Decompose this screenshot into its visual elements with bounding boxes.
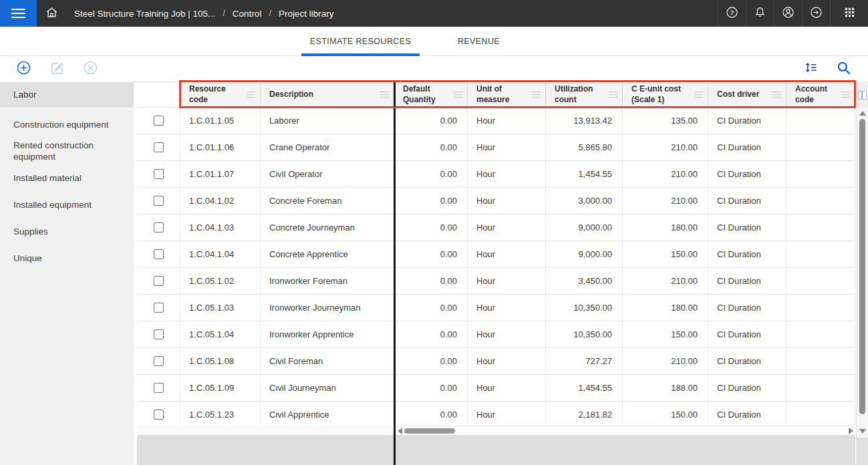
sidebar-item[interactable]: Rented construction equipment <box>0 138 134 165</box>
row-checkbox[interactable] <box>154 329 164 339</box>
cell-unit-of-measure: Hour <box>468 134 546 160</box>
scroll-right-arrow[interactable] <box>849 428 853 434</box>
row-checkbox[interactable] <box>154 169 164 179</box>
edit-icon <box>49 60 65 78</box>
table-row[interactable]: 1.C.05.1.02Ironworker Foreman0.00Hour3,4… <box>137 268 855 295</box>
cell-unit-of-measure: Hour <box>468 295 546 321</box>
breadcrumb-project[interactable]: Steel Structure Training Job | 105... <box>74 9 215 19</box>
table-row[interactable]: 1.C.05.1.23Civil Apprentice0.00Hour2,181… <box>137 402 855 426</box>
column-header[interactable]: Cost driver <box>708 82 786 107</box>
column-header-label: C E-unit cost (Scale 1) <box>631 84 692 105</box>
cell-ce-unit-cost: 210.00 <box>623 268 708 294</box>
cell-account-code <box>786 321 855 347</box>
table-row[interactable]: 1.C.01.1.05Laborer0.00Hour13,913.42135.0… <box>137 108 855 134</box>
cell-default-quantity: 0.00 <box>394 402 468 426</box>
table-row[interactable]: 1.C.05.1.08Civil Foreman0.00Hour727.2721… <box>137 348 855 375</box>
menu-button[interactable] <box>0 0 37 27</box>
grid-body: 1.C.01.1.05Laborer0.00Hour13,913.42135.0… <box>137 108 855 426</box>
sidebar-item[interactable]: Supplies <box>0 218 134 245</box>
notifications-button[interactable] <box>746 0 774 27</box>
table-row[interactable]: 1.C.04.1.03Concrete Journeyman0.00Hour9,… <box>137 214 855 241</box>
grid-header: Resource codeDescriptionDefault Quantity… <box>137 82 855 108</box>
scroll-up-arrow[interactable] <box>859 111 866 116</box>
column-header[interactable]: Description <box>261 82 394 107</box>
table-row[interactable]: 1.C.05.1.09Civil Journeyman0.00Hour1,454… <box>137 375 855 402</box>
column-header[interactable]: Default Quantity <box>394 82 468 107</box>
cell-code: 1.C.04.1.04 <box>180 241 261 267</box>
vertical-scrollbar[interactable] <box>856 82 868 465</box>
table-row[interactable]: 1.C.05.1.04Ironworker Apprentice0.00Hour… <box>137 321 855 348</box>
tab-estimate-resources[interactable]: ESTIMATE RESOURCES <box>301 27 420 55</box>
cell-cost-driver: CI Duration <box>708 108 786 134</box>
add-button[interactable] <box>13 59 33 79</box>
row-checkbox[interactable] <box>154 356 164 366</box>
row-checkbox[interactable] <box>154 276 164 286</box>
vertical-scrollbar-thumb[interactable] <box>859 119 865 414</box>
delete-button[interactable] <box>80 59 100 79</box>
horizontal-scrollbar-thumb[interactable] <box>404 428 455 434</box>
scroll-down-arrow[interactable] <box>859 429 866 434</box>
table-row[interactable]: 1.C.01.1.06Crane Operator0.00Hour5,865.8… <box>137 134 855 161</box>
column-header[interactable]: Utilization count <box>546 82 623 107</box>
cell-utilization-count: 1,454.55 <box>546 161 623 187</box>
search-button[interactable] <box>833 59 853 79</box>
column-menu-icon[interactable] <box>772 92 781 98</box>
row-height-button[interactable] <box>801 59 821 79</box>
row-checkbox[interactable] <box>154 383 164 393</box>
row-checkbox[interactable] <box>154 222 164 232</box>
column-menu-icon[interactable] <box>454 92 462 98</box>
horizontal-scrollbar[interactable] <box>396 426 855 435</box>
row-checkbox[interactable] <box>154 303 164 313</box>
cell-code: 1.C.05.1.09 <box>180 375 261 401</box>
cell-description: Concrete Apprentice <box>261 241 394 267</box>
frozen-column-divider <box>394 82 396 465</box>
tab-revenue[interactable]: REVENUE <box>420 27 538 55</box>
account-button[interactable] <box>774 0 802 27</box>
top-bar: Steel Structure Training Job | 105... / … <box>0 0 868 27</box>
column-header[interactable]: Unit of measure <box>468 82 546 107</box>
cell-unit-of-measure: Hour <box>468 161 546 187</box>
cell-utilization-count: 3,000.00 <box>546 188 623 214</box>
row-checkbox[interactable] <box>154 142 164 152</box>
apps-grid-button[interactable] <box>830 0 868 27</box>
column-menu-icon[interactable] <box>247 92 255 98</box>
column-header[interactable]: C E-unit cost (Scale 1) <box>623 82 708 107</box>
sidebar-item[interactable]: Unique <box>0 245 134 272</box>
breadcrumb-section[interactable]: Control <box>233 9 262 19</box>
sidebar-item-label: Installed material <box>13 173 82 184</box>
column-menu-icon[interactable] <box>380 92 389 98</box>
cell-account-code <box>786 268 855 294</box>
sign-out-button[interactable] <box>802 0 830 27</box>
table-row[interactable]: 1.C.05.1.03Ironworker Journeyman0.00Hour… <box>137 295 855 321</box>
sidebar-item-label: Labor <box>13 90 37 101</box>
cell-description: Civil Journeyman <box>261 375 394 401</box>
column-menu-icon[interactable] <box>841 92 850 98</box>
cell-utilization-count: 3,450.00 <box>546 268 623 294</box>
row-checkbox[interactable] <box>154 116 164 126</box>
sidebar-item[interactable]: Construction equipment <box>0 112 134 138</box>
row-checkbox[interactable] <box>154 249 164 259</box>
help-button[interactable]: ? <box>718 0 746 27</box>
table-row[interactable]: 1.C.04.1.02Concrete Foreman0.00Hour3,000… <box>137 188 855 214</box>
sidebar-item[interactable]: Labor <box>0 82 134 108</box>
cell-cost-driver: CI Duration <box>708 214 786 241</box>
column-chooser-button[interactable] <box>857 82 868 108</box>
column-header[interactable]: Account code <box>786 82 855 107</box>
cell-default-quantity: 0.00 <box>394 161 468 187</box>
home-button[interactable] <box>37 0 66 27</box>
column-menu-icon[interactable] <box>532 92 541 98</box>
scroll-left-arrow[interactable] <box>398 428 402 434</box>
table-row[interactable]: 1.C.04.1.04Concrete Apprentice0.00Hour9,… <box>137 241 855 268</box>
row-checkbox[interactable] <box>154 410 164 420</box>
table-row[interactable]: 1.C.01.1.07Civil Operator0.00Hour1,454.5… <box>137 161 855 188</box>
row-checkbox[interactable] <box>154 196 164 206</box>
column-header[interactable]: Resource code <box>180 82 261 107</box>
column-menu-icon[interactable] <box>609 92 617 98</box>
column-menu-icon[interactable] <box>694 92 703 98</box>
edit-button[interactable] <box>47 59 67 79</box>
breadcrumb-page[interactable]: Project library <box>279 9 334 19</box>
cell-account-code <box>786 134 855 160</box>
sidebar-item[interactable]: Installed equipment <box>0 192 134 218</box>
sidebar-item[interactable]: Installed material <box>0 165 134 192</box>
cell-cost-driver: CI Duration <box>708 134 786 160</box>
